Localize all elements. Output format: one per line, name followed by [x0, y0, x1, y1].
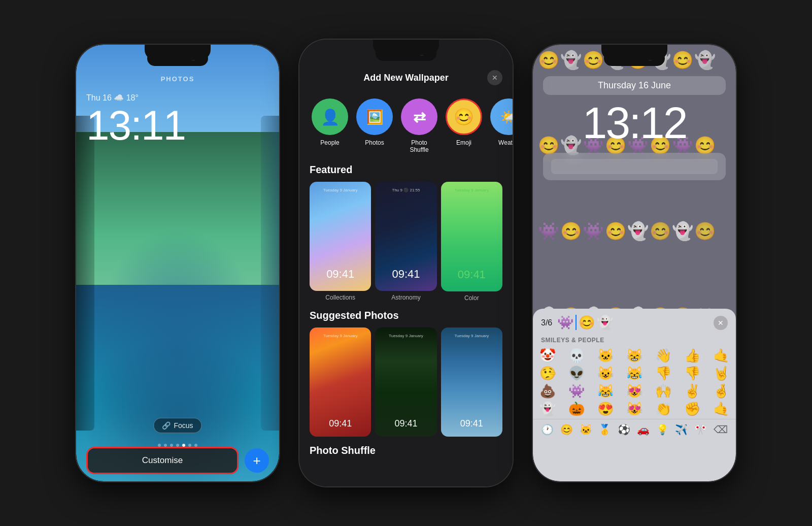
- toolbar-food-icon[interactable]: 🥇: [598, 423, 611, 436]
- weather-label: Weat…: [498, 139, 513, 146]
- emoji-callme[interactable]: 🤙: [712, 348, 731, 364]
- wallpaper-type-emoji[interactable]: 😊 Emoji: [446, 98, 482, 154]
- emoji-clown[interactable]: 🤡: [538, 348, 557, 364]
- featured-astronomy[interactable]: Thu 9 ⚫ 21:55 09:41 Astronomy: [375, 182, 436, 302]
- toolbar-travel-icon[interactable]: 🚗: [637, 423, 650, 436]
- emoji-wave[interactable]: 👋: [654, 348, 673, 364]
- emoji-lying[interactable]: 🤥: [538, 366, 557, 381]
- emoji-picker-close[interactable]: ✕: [714, 316, 728, 330]
- photoshuffle-label: PhotoShuffle: [410, 139, 428, 154]
- lake-preview: Tuesday 9 January 09:41: [441, 327, 502, 437]
- phone2-screen: Add New Wallpaper ✕ 👤 People 🖼️ Pho: [299, 40, 513, 486]
- emoji-ghost[interactable]: 👻: [538, 401, 557, 417]
- toolbar-animal-icon[interactable]: 🐱: [580, 423, 592, 436]
- emoji-catjoy[interactable]: 😹: [596, 383, 615, 399]
- wallpaper-type-photoshuffle[interactable]: ⇄ PhotoShuffle: [401, 98, 437, 154]
- toolbar-objects-icon[interactable]: 💡: [656, 423, 669, 436]
- add-wallpaper-button[interactable]: +: [245, 448, 269, 473]
- phone3-date: Thursday 16 June: [551, 80, 718, 91]
- emoji-delete-button[interactable]: ⌫: [714, 423, 728, 436]
- emoji-skull[interactable]: 💀: [567, 348, 586, 364]
- emoji-pumpkin[interactable]: 🎃: [567, 401, 586, 417]
- selected-emoji-3[interactable]: 👻: [597, 315, 613, 331]
- phone1-time: 13:11: [86, 105, 269, 146]
- emoji-rock[interactable]: 🤘: [712, 366, 731, 381]
- emoji-cat1[interactable]: 🐱: [596, 348, 615, 364]
- emoji-clap[interactable]: 🙌: [654, 383, 673, 399]
- suggested-sunset[interactable]: Tuesday 9 January 09:41: [310, 327, 371, 437]
- bg-emoji-20: 😊: [605, 221, 626, 305]
- color-preview: Tuesday 9 January 09:41: [441, 182, 502, 291]
- emoji-alien2[interactable]: 👾: [567, 383, 586, 399]
- wallpaper-type-weather[interactable]: 🌤️ Weat…: [490, 98, 513, 154]
- emoji-alien[interactable]: 👽: [567, 366, 586, 381]
- emoji-catheart[interactable]: 😻: [625, 383, 644, 399]
- emoji-catheart2[interactable]: 😻: [625, 401, 644, 417]
- wallpaper-type-photos[interactable]: 🖼️ Photos: [356, 98, 393, 154]
- bg-emoji-21: 👻: [627, 221, 649, 305]
- emoji-cross[interactable]: 🤞: [712, 383, 731, 399]
- emoji-row-4: 👻 🎃 😍 😻 👏 ✊ 🤙: [538, 401, 731, 417]
- emoji-smiley-icon: 😊: [454, 107, 474, 126]
- sunset-time: 09:41: [310, 418, 371, 429]
- photoshuffle-icon-circle: ⇄: [401, 98, 437, 135]
- phone3-notch: [604, 51, 665, 66]
- phone3-notification-widget: [543, 153, 726, 180]
- color-time: 09:41: [441, 268, 502, 281]
- toolbar-activity-icon[interactable]: ⚽: [618, 423, 630, 436]
- emoji-thumbsup[interactable]: 👍: [683, 348, 702, 364]
- color-label: Color: [441, 294, 502, 302]
- phone3-screen: 😊 👻 😊 👻 😊 👻 😊 👻 😊 👻 👾 😊 👾 😊 👾 😊 👾 😊 👾 😊 …: [533, 45, 736, 481]
- emoji-cat2[interactable]: 😸: [625, 348, 644, 364]
- selected-emoji-1[interactable]: 👾: [557, 315, 573, 331]
- phone1-notch: [147, 51, 208, 66]
- phone1-screen: PHOTOS Thu 16 ☁️ 18° 13:11 🔗 Focus Custo…: [76, 45, 279, 481]
- emoji-callme2[interactable]: 🤙: [712, 401, 731, 417]
- photo-shuffle-section: Photo Shuffle: [299, 445, 513, 456]
- emoji-fist[interactable]: ✊: [683, 401, 702, 417]
- emoji-toolbar: 🕐 😊 🐱 🥇 ⚽ 🚗 💡 ✈️ 🎌 ⌫: [533, 419, 736, 440]
- forest-date: Tuesday 9 January: [375, 334, 436, 338]
- phone1-date: Thu 16 ☁️ 18°: [86, 93, 269, 103]
- featured-color[interactable]: Tuesday 9 January 09:41 Color: [441, 182, 502, 302]
- phone3-camera: [648, 56, 653, 61]
- collections-date: Tuesday 9 January: [310, 188, 371, 192]
- emoji-clap2[interactable]: 👏: [654, 401, 673, 417]
- wallpaper-type-people[interactable]: 👤 People: [312, 98, 348, 154]
- phone2-camera: [419, 51, 424, 56]
- suggested-forest[interactable]: Tuesday 9 January 09:41: [375, 327, 436, 437]
- emoji-peace[interactable]: ✌️: [683, 383, 702, 399]
- emoji-category-label: SMILEYS & PEOPLE: [533, 335, 736, 348]
- lake-date: Tuesday 9 January: [441, 334, 502, 338]
- modal-close-button[interactable]: ✕: [487, 70, 502, 85]
- toolbar-clock-icon[interactable]: 🕐: [541, 423, 554, 436]
- bg-emoji-24: 😊: [694, 221, 716, 305]
- toolbar-smiley-icon[interactable]: 😊: [560, 423, 573, 436]
- featured-collections[interactable]: Tuesday 9 January 09:41 Collections: [310, 182, 371, 302]
- emoji-picker-header: 3/6 👾 😊 👻 ✕: [533, 309, 736, 335]
- emoji-cat4[interactable]: 😹: [625, 366, 644, 381]
- suggested-lake[interactable]: Tuesday 9 January 09:41: [441, 327, 502, 437]
- bg-emoji-23: 👻: [672, 221, 693, 305]
- collections-time: 09:41: [310, 268, 371, 281]
- emoji-row-1: 🤡 💀 🐱 😸 👋 👍 🤙: [538, 348, 731, 364]
- lake-time: 09:41: [441, 418, 502, 429]
- phone2-frame: Add New Wallpaper ✕ 👤 People 🖼️ Pho: [299, 40, 513, 486]
- customise-button[interactable]: Customise: [86, 447, 239, 474]
- emoji-hearteyes[interactable]: 😍: [596, 401, 615, 417]
- selected-emoji-2[interactable]: 😊: [579, 315, 595, 331]
- phone1-camera: [191, 56, 196, 61]
- toolbar-symbols-icon[interactable]: ✈️: [675, 423, 688, 436]
- featured-title: Featured: [310, 164, 502, 176]
- toolbar-flags-icon[interactable]: 🎌: [694, 423, 707, 436]
- emoji-thumbsdown2[interactable]: 👎: [683, 366, 702, 381]
- photos-emoji-icon: 🖼️: [366, 109, 384, 125]
- focus-link-icon: 🔗: [162, 421, 171, 430]
- emoji-cat3[interactable]: 😺: [596, 366, 615, 381]
- people-label: People: [320, 139, 339, 146]
- suggested-title: Suggested Photos: [310, 310, 502, 321]
- phone1-frame: PHOTOS Thu 16 ☁️ 18° 13:11 🔗 Focus Custo…: [76, 45, 279, 481]
- emoji-thumbsdown[interactable]: 👎: [654, 366, 673, 381]
- people-icon-circle: 👤: [312, 98, 348, 135]
- emoji-poop[interactable]: 💩: [538, 383, 557, 399]
